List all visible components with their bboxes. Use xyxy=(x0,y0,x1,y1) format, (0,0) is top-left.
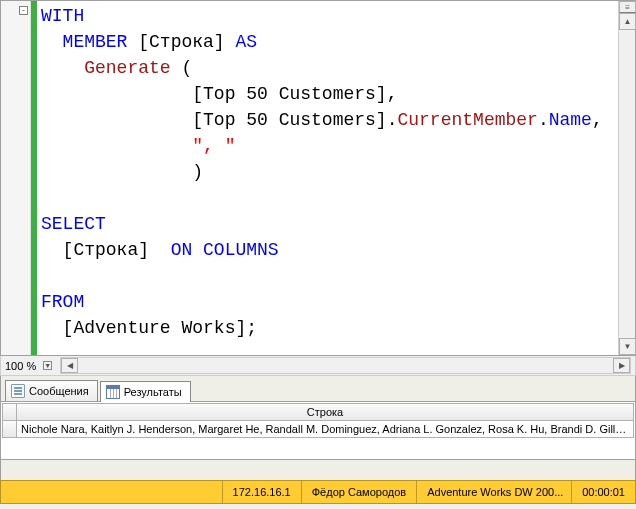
scroll-down-icon[interactable]: ▼ xyxy=(619,338,636,355)
tab-results[interactable]: Результаты xyxy=(100,381,191,402)
string-sep: ", " xyxy=(192,136,235,156)
status-bar: 172.16.16.1 Фёдор Самородов Adventure Wo… xyxy=(0,480,636,504)
table-row[interactable]: Nichole Nara, Kaitlyn J. Henderson, Marg… xyxy=(3,421,633,437)
paren-close: ) xyxy=(192,162,203,182)
func-generate: Generate xyxy=(84,58,181,78)
zoom-dropdown-icon[interactable]: ▼ xyxy=(43,361,52,370)
zoom-level[interactable]: 100 % xyxy=(5,360,39,372)
code-text[interactable]: WITH MEMBER [Строка] AS Generate ( [Top … xyxy=(41,3,618,341)
grid-corner[interactable] xyxy=(3,404,17,421)
grid-table: Строка Nichole Nara, Kaitlyn J. Henderso… xyxy=(2,403,634,438)
keyword-as: AS xyxy=(235,32,257,52)
on-columns: ON COLUMNS xyxy=(171,240,279,260)
code-editor[interactable]: - WITH MEMBER [Строка] AS Generate ( [To… xyxy=(0,0,636,356)
keyword-select: SELECT xyxy=(41,214,106,234)
keyword-from: FROM xyxy=(41,292,84,312)
grid-header-row: Строка xyxy=(3,404,633,421)
dot: . xyxy=(538,110,549,130)
tab-messages-label: Сообщения xyxy=(29,385,89,397)
results-grid[interactable]: Строка Nichole Nara, Kaitlyn J. Henderso… xyxy=(0,402,636,460)
status-db: Adventure Works DW 200... xyxy=(416,481,571,503)
horizontal-scrollbar[interactable]: ◀ ▶ xyxy=(60,357,631,374)
paren-open: ( xyxy=(181,58,192,78)
vertical-scrollbar[interactable]: ≡ ▲ ▼ xyxy=(618,1,635,355)
currentmember: CurrentMember xyxy=(397,110,537,130)
arg-line-2a: [Top 50 Customers]. xyxy=(192,110,397,130)
column-header-stroka[interactable]: Строка xyxy=(17,404,633,421)
keyword-with: WITH xyxy=(41,6,84,26)
tab-results-label: Результаты xyxy=(124,386,182,398)
editor-gutter: - xyxy=(1,1,31,355)
scroll-left-icon[interactable]: ◀ xyxy=(61,358,78,373)
results-tabs: Сообщения Результаты xyxy=(0,376,636,402)
grid-icon xyxy=(106,385,120,399)
status-empty xyxy=(1,481,222,503)
panel-gap xyxy=(0,460,636,480)
keyword-member: MEMBER xyxy=(63,32,128,52)
zoom-bar: 100 % ▼ ◀ ▶ xyxy=(0,356,636,376)
name-prop: Name xyxy=(549,110,592,130)
ident-stroka: [Строка] xyxy=(127,32,235,52)
select-col: [Строка] xyxy=(63,240,171,260)
split-handle-icon[interactable]: ≡ xyxy=(619,1,636,13)
scroll-up-icon[interactable]: ▲ xyxy=(619,13,636,30)
messages-icon xyxy=(11,384,25,398)
status-user: Фёдор Самородов xyxy=(301,481,416,503)
status-ip: 172.16.16.1 xyxy=(222,481,301,503)
comma: , xyxy=(592,110,603,130)
collapse-icon[interactable]: - xyxy=(19,6,28,15)
tab-messages[interactable]: Сообщения xyxy=(5,380,98,401)
editor-pane[interactable]: - WITH MEMBER [Строка] AS Generate ( [To… xyxy=(1,1,618,355)
from-cube: [Adventure Works]; xyxy=(63,318,257,338)
cell-value[interactable]: Nichole Nara, Kaitlyn J. Henderson, Marg… xyxy=(17,421,633,437)
change-marker xyxy=(31,1,37,355)
status-time: 00:00:01 xyxy=(571,481,635,503)
arg-line-1: [Top 50 Customers], xyxy=(192,84,397,104)
scroll-right-icon[interactable]: ▶ xyxy=(613,358,630,373)
row-header[interactable] xyxy=(3,421,17,437)
